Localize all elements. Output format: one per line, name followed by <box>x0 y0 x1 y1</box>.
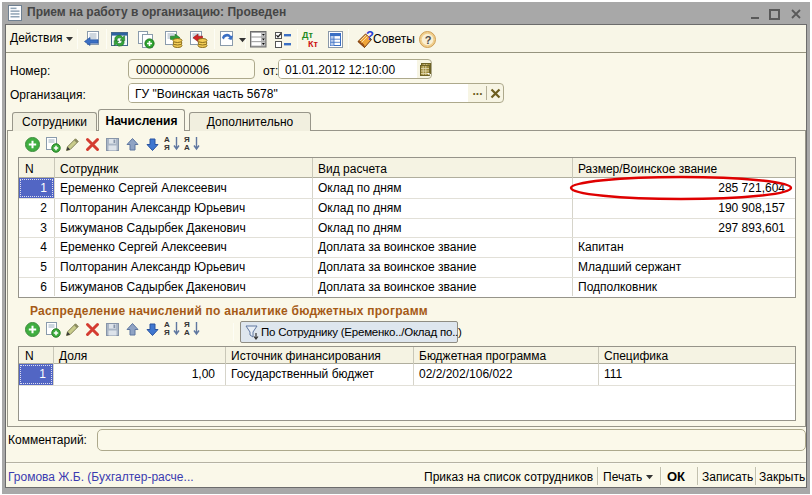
svg-text:?: ? <box>425 34 432 46</box>
